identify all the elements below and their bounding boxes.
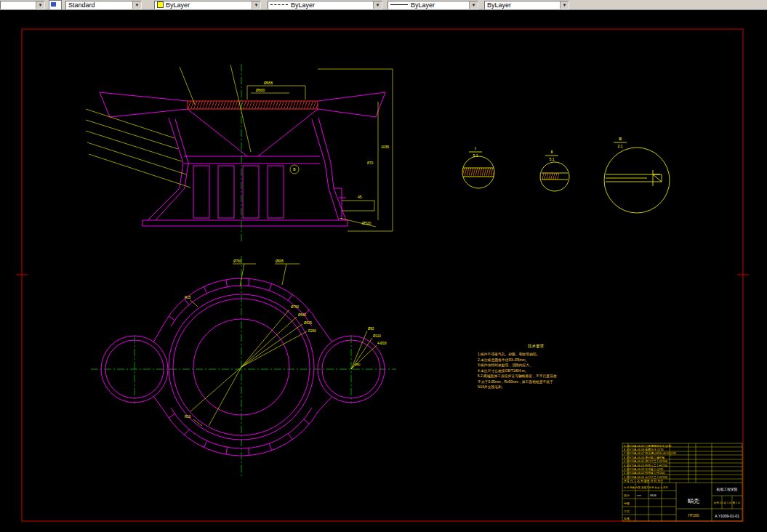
parts-header-row: 序号 代 号 名 称 数量 材 料 备注 — [624, 479, 663, 483]
dim-label: Ø80 — [355, 363, 361, 366]
layer-properties-icon[interactable] — [49, 0, 62, 10]
organization-name: 机电工程学院 — [717, 487, 738, 492]
note-line: 2.未注铸造圆角半径R3~R5mm。 — [478, 358, 529, 362]
cell-label: 设计 — [624, 493, 630, 497]
plan-view — [101, 278, 385, 456]
lineweight-control-combo[interactable]: ByLayer ▼ — [387, 1, 478, 9]
cad-drawing: Ø656 Ø600 1035 870 45 Ø520 B Ⅰ 5:1 Ⅱ 5:1… — [0, 10, 767, 532]
dim-label: Ø600 — [256, 88, 265, 92]
dim-label: Ø760 — [233, 259, 242, 263]
dim-label: Ø110 — [373, 334, 381, 338]
scale-row: 比例 1:5 共 1 张 第 1 张 — [714, 501, 741, 504]
part-name: 蜗壳 — [688, 498, 699, 504]
dim-label: Ø640 — [298, 313, 307, 317]
detail-label: Ⅰ — [475, 146, 476, 150]
detail-views — [462, 142, 670, 213]
linetype-sample-icon — [270, 4, 288, 5]
designer-name: ××× — [637, 494, 641, 497]
note-line: N16并去除毛刺。 — [478, 384, 505, 390]
parts-row: 3 JGY20A-06-03 导流板 1 Q235 — [624, 467, 663, 471]
parts-row: 5 JGY20A-06-05 进口法兰 1 HT200 — [624, 459, 667, 463]
parts-row: 2 JGY20A-06-02 蜗壳体 1 HT200 — [624, 471, 664, 475]
side-section-view — [100, 92, 385, 226]
material-value: HT200 — [688, 513, 699, 517]
notes-title: 技术要求 — [528, 344, 545, 349]
chevron-down-icon[interactable]: ▼ — [469, 1, 478, 9]
detail-scale-label: 2:1 — [618, 144, 623, 148]
detail-view-labels: Ⅰ 5:1 Ⅱ 5:1 Ⅲ 2:1 — [473, 137, 623, 161]
parts-row: 9 JGY20A-06-09 六角螺母M16 8 Q235 — [624, 444, 671, 448]
note-line: 3.铸件须经时效处理，消除内应力。 — [478, 363, 533, 368]
chevron-down-icon[interactable]: ▼ — [132, 1, 141, 9]
drawing-canvas[interactable]: Ø656 Ø600 1035 870 45 Ø520 B Ⅰ 5:1 Ⅱ 5:1… — [0, 10, 767, 532]
dim-label: Ø525 — [304, 321, 313, 325]
revision-header-row: 标记 处数 分区 更改文件号 签名 年月日 — [623, 485, 668, 489]
dim-label: R260 — [308, 329, 316, 333]
text-style-value: Standard — [68, 1, 95, 9]
parts-row: 1 JGY20A-06-01 出口法兰 2 HT200 — [624, 475, 667, 479]
side-view-dimensions — [86, 65, 393, 231]
dim-label: Ø656 — [264, 81, 273, 85]
detail-label: Ⅱ — [551, 150, 553, 154]
note-line: 不大于0.05mm，R≥50mm，加工面粗糙度不低于 — [478, 379, 553, 384]
title-block: 9 JGY20A-06-09 六角螺母M16 8 Q235 8 JGY20A-0… — [622, 443, 742, 521]
note-line: 4.未注尺寸公差按GB/T1804-m。 — [478, 368, 529, 373]
date-value: 09.06 — [650, 494, 656, 497]
chevron-down-icon[interactable]: ▼ — [252, 1, 260, 9]
dim-label: Ø750 — [291, 305, 300, 309]
chevron-down-icon[interactable]: ▼ — [560, 1, 569, 9]
parts-row: 7 JGY20A-06-07 双头螺柱M16×60 8 Q235 — [624, 451, 676, 455]
plan-view-dimension-labels: Ø750 Ø640 Ø525 R260 Ø92 Ø110 4-Ø18 Ø760 … — [185, 259, 387, 419]
cell-label: 审核 — [624, 501, 630, 505]
color-control-value: ByLayer — [166, 1, 190, 9]
dim-label: Ø695 — [276, 259, 284, 263]
note-line: 1.铸件不得有气孔、砂眼、裂纹等缺陷。 — [478, 352, 540, 357]
dim-label: Ø92 — [368, 327, 374, 331]
cad-application-window: { "toolbar": { "style_label": "Standard"… — [0, 0, 767, 532]
lineweight-control-value: ByLayer — [411, 1, 435, 9]
plotstyle-control-combo[interactable]: ByLayer ▼ — [484, 1, 569, 9]
detail-scale-label: 5:1 — [473, 153, 478, 158]
lineweight-sample-icon — [390, 4, 408, 5]
color-control-combo[interactable]: ByLayer ▼ — [154, 1, 261, 9]
detail-scale-label: 5:1 — [550, 157, 555, 161]
drawing-number: A.Y1009-01-01 — [715, 514, 739, 518]
chevron-down-icon[interactable]: ▼ — [373, 1, 382, 9]
dim-label: R15 — [185, 296, 191, 299]
dim-label: Ø520 — [362, 221, 371, 225]
detail-marker-label: B — [293, 167, 296, 172]
plan-view-dimensions — [190, 264, 377, 426]
parts-row: 6 JGY20A-06-06 密封垫 1 橡胶板 — [624, 456, 665, 459]
dim-label: 45 — [358, 195, 362, 199]
linetype-control-value: ByLayer — [291, 1, 315, 9]
detail-label: Ⅲ — [619, 137, 622, 141]
note-line: 5.2.两端面加工后应保证与轴线垂直，不平行度误差 — [478, 374, 557, 379]
cell-label: 工艺 — [624, 509, 630, 513]
dim-label: 1035 — [381, 145, 389, 149]
cell-label: 批准 — [624, 517, 630, 520]
parts-row: 8 JGY20A-06-08 垫圈16 8 Q235 — [624, 448, 664, 451]
color-swatch-icon — [157, 1, 164, 8]
text-style-combo[interactable]: Standard ▼ — [65, 1, 142, 9]
toolbar: ▼ Standard ▼ ByLayer ▼ ByLayer ▼ ByLayer… — [0, 0, 767, 10]
dim-label: 4-Ø18 — [377, 342, 387, 345]
named-view-combo[interactable]: ▼ — [0, 1, 45, 9]
dim-label: 870 — [367, 161, 374, 165]
plotstyle-control-value: ByLayer — [487, 1, 511, 9]
parts-list: 9 JGY20A-06-09 六角螺母M16 8 Q235 8 JGY20A-0… — [624, 444, 676, 483]
parts-row: 4 JGY20A-06-04 蜗壳上盖 1 HT200 — [624, 464, 667, 467]
technical-notes: 技术要求 1.铸件不得有气孔、砂眼、裂纹等缺陷。 2.未注铸造圆角半径R3~R5… — [478, 344, 557, 390]
chevron-down-icon[interactable]: ▼ — [36, 1, 44, 9]
dim-label: R10 — [185, 415, 191, 419]
linetype-control-combo[interactable]: ByLayer ▼ — [268, 1, 382, 9]
